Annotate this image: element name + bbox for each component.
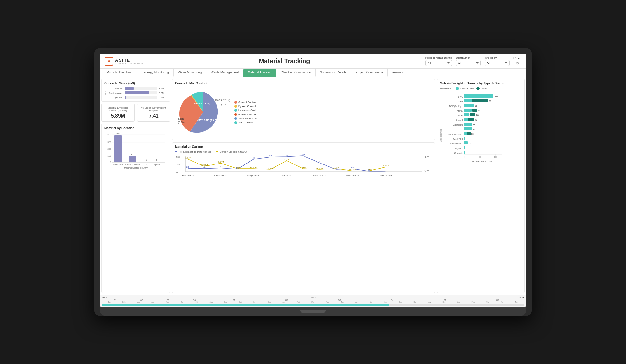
laptop-base [100,307,526,316]
svg-text:20: 20 [203,166,206,169]
legend-local: Local [476,87,487,90]
main-content: Concrete Mixes (m3) Type Precast 1.1M [100,77,526,295]
svg-text:0.5M: 0.5M [201,164,208,166]
svg-text:HDPE (for Pip...: HDPE (for Pip... [448,105,463,108]
location-chart-svg: 400 300 200 100 0 [104,132,167,166]
svg-text:13: 13 [471,133,474,135]
bar-blank: (Blank) 0.1M [108,96,167,99]
location-title: Material by Location [104,126,167,130]
typology-select[interactable]: All [485,60,510,66]
reset-icon: ↺ [516,61,519,66]
legend-silica: Silica Fume Cont... [234,117,259,120]
timeline-scroll-handle [102,304,389,306]
right-column: Material Weight in Tonnes by Type & Sour… [437,79,525,293]
project-select[interactable]: All [425,60,452,66]
svg-text:390: 390 [116,133,120,135]
svg-text:755.7K (12.1%): 755.7K (12.1%) [215,99,230,102]
tab-analysis[interactable]: Analysis [388,69,408,77]
bar-precast: Precast 1.1M [108,87,167,90]
svg-text:Mar 2022: Mar 2022 [214,175,227,177]
tab-waste[interactable]: Waste Management [206,69,243,77]
svg-text:Ajman: Ajman [154,164,160,166]
bar-cast-in-place: Cast in place 3.0M [108,91,167,94]
legend-carbon-emission: Carbon Emission (tCO2) [216,150,247,153]
project-label: Project Name Demo [425,56,452,59]
pie-container: 920.48K (14.7%) 0.03K (0.0%) 755.7K (12.… [175,87,231,138]
svg-text:43: 43 [252,157,256,159]
svg-text:2: 2 [156,159,157,161]
svg-rect-101 [464,123,472,126]
legend-cement: Cement Content [234,101,259,104]
kpi-row: Material Embodied Carbon (tonnes) 5.89M … [101,104,170,122]
pie-chart-svg: 920.48K (14.7%) 0.03K (0.0%) 755.7K (12.… [175,87,231,137]
tab-portfolio[interactable]: Portfolio Dashboard [102,69,139,77]
timeline-scrollbar[interactable] [102,304,524,306]
svg-text:0.3M: 0.3M [333,166,340,169]
timeline-months: Q1 Q2 Q3 Q4 Q1 Q2 Q3 Q4 Q1 Q2 [102,299,524,301]
typology-label: Typology [485,56,510,59]
svg-text:28: 28 [473,124,475,126]
project-filter: Project Name Demo All [425,56,452,66]
logo-sub: CONNECT. COLLABORATE. [115,63,144,65]
weight-legend: Material S... International Local [440,87,522,90]
location-x-label: Material Source Country [104,167,167,169]
logo-area: A ASITE CONNECT. COLLABORATE. [105,57,144,66]
timeline-years: 2021 2022 2023 [102,296,524,299]
svg-text:Concrete: Concrete [454,152,464,154]
svg-text:Jan 2022: Jan 2022 [182,175,194,177]
pie-section: 920.48K (14.7%) 0.03K (0.0%) 755.7K (12.… [175,87,432,138]
concrete-mixes-title: Concrete Mixes (m3) [104,82,167,85]
line-chart-svg: 50 25 0 1M 0M [175,154,432,186]
svg-text:Sep 2022: Sep 2022 [313,175,326,177]
material-carbon-panel: Material vs Carbon Procurement To Date (… [172,142,435,293]
tab-water[interactable]: Water Monitoring [174,69,207,77]
tab-material[interactable]: Material Tracking [243,69,276,77]
carbon-legend: Procurement To Date (tonnes) Carbon Emis… [175,150,432,153]
svg-text:0.6M: 0.6M [382,165,389,167]
svg-rect-86 [464,109,472,112]
svg-text:33: 33 [318,161,321,163]
svg-text:Ras Al Khaimah: Ras Al Khaimah [125,164,140,166]
svg-text:21: 21 [186,166,190,168]
tab-submission[interactable]: Submission Details [316,69,351,77]
svg-text:Procurement To Date: Procurement To Date [472,160,492,163]
svg-text:6: 6 [385,169,387,172]
contractor-label: Contractor [456,56,481,59]
middle-column: Concrete Mix Content [172,79,435,293]
nav-tabs: Portfolio Dashboard Energy Monitoring Wa… [100,69,526,77]
tab-checklist[interactable]: Checklist Compliance [276,69,316,77]
svg-text:53: 53 [285,154,289,156]
svg-text:50: 50 [479,156,481,158]
tab-energy[interactable]: Energy Monitoring [139,69,173,77]
svg-rect-113 [464,141,468,144]
logo-text: ASITE [115,58,144,63]
material-carbon-title: Material vs Carbon [175,145,432,149]
kpi-carbon: Material Embodied Carbon (tonnes) 5.89M [101,104,135,122]
svg-text:Abu Dhabi: Abu Dhabi [113,164,123,166]
svg-rect-83 [464,104,474,107]
filter-group: Project Name Demo All Contractor All Typ… [425,56,521,66]
material-weight-panel: Material Weight in Tonnes by Type & Sour… [437,79,525,293]
svg-rect-10 [114,135,122,162]
svg-text:Paint VOC: Paint VOC [453,138,463,140]
svg-text:0: 0 [464,156,465,158]
legend-limestone: Limestone Cont... [234,109,259,112]
svg-text:3: 3 [146,159,147,161]
kpi-green: % Green Government Projects 7.41 [137,104,170,122]
svg-text:1M: 1M [424,155,429,158]
concrete-mixes-y-label: Type [104,87,106,99]
svg-rect-118 [464,151,465,154]
header: A ASITE CONNECT. COLLABORATE. Material T… [100,54,526,69]
legend-slag: Slag Content [234,121,259,124]
svg-rect-98 [468,118,474,121]
svg-text:Jan 2023: Jan 2023 [379,175,392,177]
reset-button[interactable]: Reset ↺ [513,57,521,66]
contractor-select[interactable]: All [456,60,481,66]
tab-project[interactable]: Project Comparison [351,69,388,77]
legend-flyash: Fly Ash Content [234,105,259,108]
svg-text:Aggregate: Aggregate [453,124,463,126]
svg-rect-93 [470,113,475,116]
timeline-month-labels: Jan Feb Mar Apr May Jun Jul Aug Sep Oct … [102,301,524,303]
svg-text:Mortar: Mortar [457,110,464,112]
legend-procurement: Procurement To Date (tonnes) [175,150,212,153]
